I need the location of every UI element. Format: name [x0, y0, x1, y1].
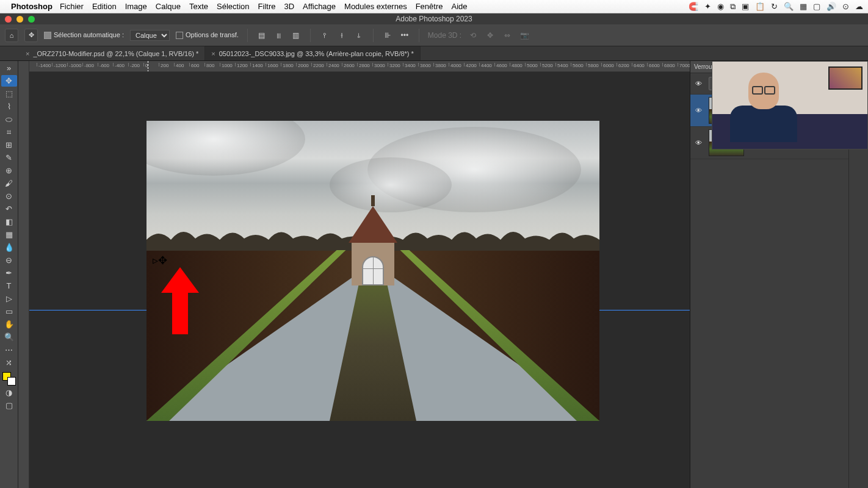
- ruler-tick: 4400: [479, 63, 492, 66]
- ruler-tick: 5800: [586, 63, 599, 66]
- transform-checkbox[interactable]: [176, 32, 183, 39]
- vertical-ruler[interactable]: [18, 61, 29, 488]
- ruler-tick: 1400: [250, 63, 263, 66]
- crop-tool[interactable]: ⌗: [1, 126, 17, 138]
- expand-toolbar-icon[interactable]: »: [1, 62, 17, 74]
- pen-tool[interactable]: ✒: [1, 267, 17, 279]
- tray-icon[interactable]: ✦: [704, 2, 711, 11]
- brush-tool[interactable]: 🖌: [1, 178, 17, 189]
- tray-icon[interactable]: ▦: [800, 2, 807, 11]
- menu-modules[interactable]: Modules externes: [344, 2, 407, 11]
- foreground-background-colors[interactable]: [2, 372, 16, 386]
- eyedropper-tool[interactable]: ✎: [1, 152, 17, 163]
- move-tool-indicator[interactable]: ✥: [24, 29, 38, 42]
- workspace: » ✥ ⬚ ⌇ ⬭ ⌗ ⊞ ✎ ⊕ 🖌 ⊙ ↶ ◧ ▦ 💧 ⊖ ✒ T ▷ ▭ …: [0, 61, 868, 488]
- app-name[interactable]: Photoshop: [11, 2, 52, 11]
- ruler-tick: 4600: [494, 63, 507, 66]
- dodge-tool[interactable]: ⊖: [1, 254, 17, 266]
- tray-icon[interactable]: 🧲: [689, 2, 698, 11]
- align-middle-icon[interactable]: ⫲: [336, 30, 347, 41]
- zoom-tool[interactable]: 🔍: [1, 331, 17, 343]
- ruler-tick: 1000: [220, 63, 233, 66]
- menu-texte[interactable]: Texte: [189, 2, 208, 11]
- tab-label: _ORZ2710-Modifier.psd @ 22,1% (Calque 1,…: [33, 50, 198, 57]
- webcam-overlay: [712, 61, 868, 149]
- ruler-tick: 5600: [571, 63, 584, 66]
- menu-affichage[interactable]: Affichage: [303, 2, 336, 11]
- more-align-icon[interactable]: •••: [399, 30, 410, 41]
- path-select-tool[interactable]: ▷: [1, 293, 17, 304]
- stamp-tool[interactable]: ⊙: [1, 190, 17, 202]
- quickmask-tool[interactable]: ◑: [1, 387, 17, 398]
- document-tab[interactable]: × _ORZ2710-Modifier.psd @ 22,1% (Calque …: [20, 46, 205, 60]
- ruler-tick: 2000: [296, 63, 309, 66]
- align-top-icon[interactable]: ⫯: [319, 30, 330, 41]
- tray-icon[interactable]: ↻: [771, 2, 778, 11]
- menu-edition[interactable]: Edition: [92, 2, 117, 11]
- menu-selection[interactable]: Sélection: [217, 2, 249, 11]
- ruler-tick: 4800: [510, 63, 523, 66]
- align-center-h-icon[interactable]: ⫼: [273, 30, 284, 41]
- canvas-image[interactable]: ▹✥: [146, 121, 599, 421]
- type-tool[interactable]: T: [1, 280, 17, 292]
- ruler-tick: 3200: [388, 63, 400, 66]
- auto-select-checkbox[interactable]: [44, 32, 51, 39]
- frame-tool[interactable]: ⊞: [1, 139, 17, 151]
- ruler-tick: 2600: [342, 63, 355, 66]
- shape-tool[interactable]: ▭: [1, 306, 17, 317]
- swap-colors-icon[interactable]: ⤮: [1, 357, 17, 368]
- align-left-icon[interactable]: ▤: [256, 30, 267, 41]
- hand-tool[interactable]: ✋: [1, 318, 17, 330]
- tray-icon[interactable]: ▢: [813, 2, 820, 11]
- close-tab-icon[interactable]: ×: [26, 50, 29, 57]
- home-button[interactable]: ⌂: [5, 29, 18, 42]
- menu-calque[interactable]: Calque: [156, 2, 181, 11]
- menu-3d[interactable]: 3D: [284, 2, 294, 11]
- history-brush-tool[interactable]: ↶: [1, 203, 17, 215]
- tray-icon[interactable]: ⧉: [730, 2, 736, 12]
- screenmode-tool[interactable]: ▢: [1, 400, 17, 411]
- visibility-toggle-icon[interactable]: 👁: [694, 139, 703, 146]
- object-select-tool[interactable]: ⬭: [1, 113, 17, 125]
- tray-icon[interactable]: ◉: [717, 2, 724, 11]
- blur-tool[interactable]: 💧: [1, 242, 17, 253]
- canvas-viewport[interactable]: ▹✥: [29, 72, 690, 488]
- menu-aide[interactable]: Aide: [451, 2, 467, 11]
- ruler-tick: 2400: [327, 63, 339, 66]
- align-right-icon[interactable]: ▥: [291, 30, 302, 41]
- ruler-tick: 5000: [525, 63, 538, 66]
- move-tool[interactable]: ✥: [1, 75, 17, 87]
- visibility-toggle-icon[interactable]: 👁: [694, 107, 703, 114]
- lasso-tool[interactable]: ⌇: [1, 101, 17, 112]
- ruler-tick: 5200: [540, 63, 553, 66]
- tray-icon[interactable]: ▣: [742, 2, 749, 11]
- 3d-orbit-icon: ⟲: [468, 30, 479, 41]
- tray-icon[interactable]: ☁: [855, 2, 863, 11]
- tray-icon[interactable]: 🔍: [784, 2, 794, 11]
- auto-select-target-select[interactable]: Calque: [130, 30, 170, 41]
- menu-fenetre[interactable]: Fenêtre: [416, 2, 443, 11]
- tray-icon[interactable]: 🔊: [826, 2, 836, 11]
- ruler-tick: 400: [174, 63, 184, 66]
- align-bottom-icon[interactable]: ⫰: [353, 30, 364, 41]
- background-color-swatch[interactable]: [7, 377, 16, 386]
- healing-tool[interactable]: ⊕: [1, 165, 17, 176]
- distribute-icon[interactable]: ⊪: [382, 30, 393, 41]
- close-tab-icon[interactable]: ×: [211, 50, 215, 57]
- visibility-toggle-icon[interactable]: 👁: [694, 80, 703, 87]
- menu-filtre[interactable]: Filtre: [258, 2, 276, 11]
- menu-fichier[interactable]: Fichier: [60, 2, 84, 11]
- gradient-tool[interactable]: ▦: [1, 229, 17, 240]
- menu-image[interactable]: Image: [125, 2, 147, 11]
- ruler-tick: 3600: [418, 63, 431, 66]
- ruler-tick: -1000: [67, 63, 81, 66]
- eraser-tool[interactable]: ◧: [1, 216, 17, 228]
- ruler-cursor-mark: [148, 61, 148, 72]
- tray-icon[interactable]: 📋: [755, 2, 765, 11]
- tray-icon[interactable]: ⊙: [842, 2, 849, 11]
- document-tab[interactable]: × 05012023-_DSC9033.jpg @ 33,3% (Arrière…: [205, 46, 421, 60]
- marquee-tool[interactable]: ⬚: [1, 88, 17, 99]
- horizontal-ruler[interactable]: -1400 -1200 -1000 -800 -600 -400 -200 0 …: [29, 61, 690, 72]
- edit-toolbar-icon[interactable]: ⋯: [1, 344, 17, 356]
- ruler-tick: 7000: [678, 63, 690, 66]
